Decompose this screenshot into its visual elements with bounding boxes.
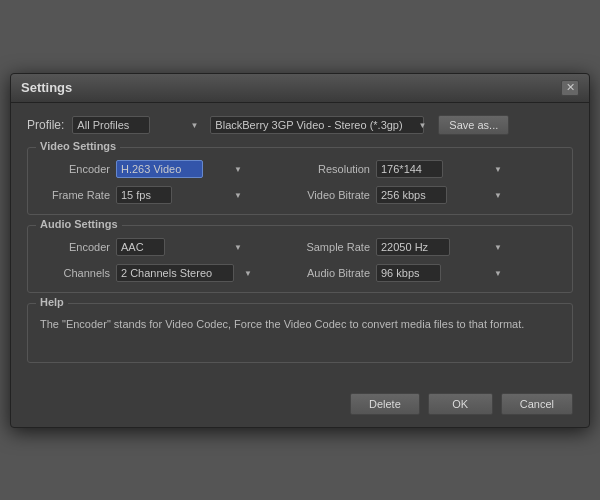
help-text: The "Encoder" stands for Video Codec, Fo…: [40, 316, 560, 333]
frame-rate-row: Frame Rate 15 fps: [40, 186, 300, 204]
sample-rate-row: Sample Rate 22050 Hz: [300, 238, 560, 256]
resolution-select[interactable]: 176*144: [376, 160, 443, 178]
channels-label: Channels: [40, 267, 110, 279]
frame-rate-select-wrapper: 15 fps: [116, 186, 246, 204]
sample-rate-label: Sample Rate: [300, 241, 370, 253]
delete-button[interactable]: Delete: [350, 393, 420, 415]
video-bitrate-select-wrapper: 256 kbps: [376, 186, 506, 204]
video-settings-section: Video Settings Encoder H.263 Video Resol…: [27, 147, 573, 215]
video-bitrate-select[interactable]: 256 kbps: [376, 186, 447, 204]
video-encoder-select-wrapper: H.263 Video: [116, 160, 246, 178]
profile-select[interactable]: All Profiles: [72, 116, 150, 134]
dialog-content: Profile: All Profiles BlackBerry 3GP Vid…: [11, 103, 589, 385]
save-as-button[interactable]: Save as...: [438, 115, 509, 135]
audio-encoder-row: Encoder AAC: [40, 238, 300, 256]
help-section-title: Help: [36, 296, 68, 308]
channels-row: Channels 2 Channels Stereo: [40, 264, 300, 282]
settings-dialog: Settings ✕ Profile: All Profiles BlackBe…: [10, 73, 590, 428]
close-button[interactable]: ✕: [561, 80, 579, 96]
audio-bitrate-select-wrapper: 96 kbps: [376, 264, 506, 282]
profile-main-select[interactable]: BlackBerry 3GP Video - Stereo (*.3gp): [210, 116, 424, 134]
title-bar: Settings ✕: [11, 74, 589, 103]
video-encoder-row: Encoder H.263 Video: [40, 160, 300, 178]
video-encoder-select[interactable]: H.263 Video: [116, 160, 203, 178]
video-bitrate-label: Video Bitrate: [300, 189, 370, 201]
frame-rate-label: Frame Rate: [40, 189, 110, 201]
sample-rate-select[interactable]: 22050 Hz: [376, 238, 450, 256]
audio-form-grid: Encoder AAC Sample Rate 22050 Hz: [40, 238, 560, 282]
profile-select-wrapper: All Profiles: [72, 116, 202, 134]
audio-bitrate-label: Audio Bitrate: [300, 267, 370, 279]
video-section-title: Video Settings: [36, 140, 120, 152]
audio-encoder-select[interactable]: AAC: [116, 238, 165, 256]
help-section: Help The "Encoder" stands for Video Code…: [27, 303, 573, 363]
video-bitrate-row: Video Bitrate 256 kbps: [300, 186, 560, 204]
audio-bitrate-row: Audio Bitrate 96 kbps: [300, 264, 560, 282]
channels-select[interactable]: 2 Channels Stereo: [116, 264, 234, 282]
dialog-footer: Delete OK Cancel: [11, 385, 589, 427]
audio-encoder-label: Encoder: [40, 241, 110, 253]
audio-section-title: Audio Settings: [36, 218, 122, 230]
dialog-title: Settings: [21, 80, 72, 95]
resolution-row: Resolution 176*144: [300, 160, 560, 178]
resolution-select-wrapper: 176*144: [376, 160, 506, 178]
profile-row: Profile: All Profiles BlackBerry 3GP Vid…: [27, 115, 573, 135]
resolution-label: Resolution: [300, 163, 370, 175]
audio-settings-section: Audio Settings Encoder AAC Sample Rate: [27, 225, 573, 293]
frame-rate-select[interactable]: 15 fps: [116, 186, 172, 204]
ok-button[interactable]: OK: [428, 393, 493, 415]
video-encoder-label: Encoder: [40, 163, 110, 175]
sample-rate-select-wrapper: 22050 Hz: [376, 238, 506, 256]
cancel-button[interactable]: Cancel: [501, 393, 573, 415]
channels-select-wrapper: 2 Channels Stereo: [116, 264, 256, 282]
profile-main-select-wrapper: BlackBerry 3GP Video - Stereo (*.3gp): [210, 116, 430, 134]
audio-encoder-select-wrapper: AAC: [116, 238, 246, 256]
profile-label: Profile:: [27, 118, 64, 132]
video-form-grid: Encoder H.263 Video Resolution 176*144: [40, 160, 560, 204]
audio-bitrate-select[interactable]: 96 kbps: [376, 264, 441, 282]
